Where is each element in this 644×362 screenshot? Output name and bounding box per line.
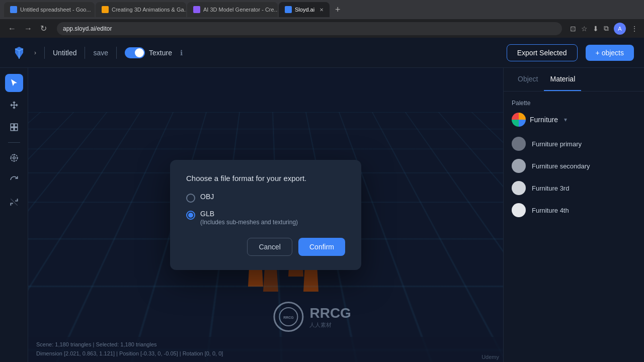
material-swatch-secondary (512, 159, 526, 173)
radio-inner-glb (188, 213, 193, 218)
tab-favicon-spreadsheet (10, 6, 17, 13)
sidebar-divider-1 (8, 142, 20, 143)
tab-label-sloyd: Sloyd.ai (295, 7, 314, 13)
radio-item-glb[interactable]: GLB (Includes sub-meshes and texturing) (186, 210, 345, 226)
add-objects-button[interactable]: + objects (586, 45, 634, 61)
svg-rect-0 (11, 124, 14, 127)
status-bar: Scene: 1,180 triangles | Selected: 1,180… (28, 337, 503, 362)
extensions-icon[interactable]: ⧉ (604, 24, 609, 33)
material-item-primary[interactable]: Furniture primary (512, 137, 636, 151)
panel-content: Palette Furniture ▾ Furniture primary Fu… (504, 92, 644, 362)
reload-button[interactable]: ↻ (38, 22, 49, 35)
radio-content-glb: GLB (Includes sub-meshes and texturing) (200, 210, 298, 226)
radio-content-obj: OBJ (200, 193, 214, 201)
dialog-actions: Cancel Confirm (186, 238, 345, 256)
panel-tabs: Object Material (504, 68, 644, 92)
tab-animations[interactable]: Creating 3D Animations & Ga... ✕ (96, 2, 186, 17)
material-name-fourth: Furniture 4th (532, 207, 569, 214)
export-dialog: Choose a file format for your export. OB… (170, 160, 361, 270)
texture-switch[interactable] (125, 47, 145, 58)
profile-avatar[interactable]: A (614, 23, 626, 35)
address-bar[interactable]: app.sloyd.ai/editor (57, 22, 562, 35)
grid-background (28, 68, 503, 112)
menu-icon[interactable]: ⋮ (631, 25, 638, 33)
main-content: RRCG RRCG 人人素材 Choose a file format for … (0, 68, 644, 362)
back-button[interactable]: ← (6, 22, 18, 35)
svg-text:RRCG: RRCG (283, 316, 294, 319)
browser-chrome: Untitled spreadsheet - Goo... ✕ Creating… (0, 0, 644, 38)
status-line2: Dimension [2.021, 0.863, 1.121] | Positi… (36, 349, 223, 358)
tab-label-ai3d: AI 3D Model Generator - Cre... (203, 7, 278, 13)
toolbar-divider-2 (85, 47, 85, 59)
material-item-third[interactable]: Furniture 3rd (512, 181, 636, 195)
tool-rotate[interactable] (5, 171, 23, 189)
cancel-button[interactable]: Cancel (247, 238, 292, 256)
tab-spreadsheet[interactable]: Untitled spreadsheet - Goo... ✕ (4, 2, 95, 17)
material-name-third: Furniture 3rd (532, 185, 569, 192)
tab-favicon-ai3d (193, 6, 200, 13)
tab-material[interactable]: Material (544, 68, 581, 91)
udemy-badge: Udemy (481, 354, 499, 360)
confirm-button[interactable]: Confirm (298, 238, 345, 256)
tab-label-animations: Creating 3D Animations & Ga... (112, 7, 186, 13)
tool-transform[interactable] (5, 149, 23, 167)
material-name-secondary: Furniture secondary (532, 162, 590, 170)
radio-sublabel-glb: (Includes sub-meshes and texturing) (200, 219, 298, 226)
export-selected-button[interactable]: Export Selected (507, 44, 578, 61)
cast-icon[interactable]: ⊡ (570, 25, 576, 33)
new-tab-button[interactable]: + (331, 3, 345, 17)
watermark-logo: RRCG RRCG 人人素材 (273, 302, 351, 332)
svg-point-4 (13, 157, 15, 159)
tool-move[interactable] (5, 96, 23, 114)
tab-close-sloyd[interactable]: ✕ (319, 7, 324, 13)
palette-section-title: Palette (512, 100, 636, 107)
tab-object[interactable]: Object (512, 68, 544, 91)
logo[interactable] (10, 44, 28, 62)
tab-label-spreadsheet: Untitled spreadsheet - Goo... (20, 7, 91, 13)
material-item-secondary[interactable]: Furniture secondary (512, 159, 636, 173)
tab-bar: Untitled spreadsheet - Goo... ✕ Creating… (0, 0, 644, 19)
app: › Untitled save Texture ℹ Export Selecte… (0, 38, 644, 362)
tool-group[interactable] (5, 118, 23, 136)
nav-bar: ← → ↻ app.sloyd.ai/editor ⊡ ☆ ⬇ ⧉ A ⋮ (0, 19, 644, 38)
status-line1: Scene: 1,180 triangles | Selected: 1,180… (36, 340, 223, 349)
svg-rect-1 (14, 124, 17, 127)
info-icon[interactable]: ℹ (180, 49, 183, 57)
toolbar-divider-1 (44, 47, 45, 59)
palette-chevron-icon: ▾ (564, 116, 567, 123)
material-name-primary: Furniture primary (532, 140, 582, 148)
rrcg-sub-text: 人人素材 (309, 321, 351, 329)
radio-item-obj[interactable]: OBJ (186, 193, 345, 203)
viewport[interactable]: RRCG RRCG 人人素材 Choose a file format for … (28, 68, 503, 362)
toggle-knob (135, 48, 144, 57)
save-button[interactable]: save (93, 49, 108, 57)
tab-sloyd[interactable]: Sloyd.ai ✕ (279, 2, 330, 17)
format-radio-group: OBJ GLB (Includes sub-meshes and texturi… (186, 193, 345, 226)
texture-toggle: Texture (125, 47, 172, 58)
project-name[interactable]: Untitled (53, 49, 76, 57)
svg-rect-2 (11, 128, 14, 131)
status-text: Scene: 1,180 triangles | Selected: 1,180… (36, 340, 223, 358)
left-sidebar (0, 68, 28, 362)
logo-chevron: › (34, 49, 36, 56)
rrcg-text-logo: RRCG 人人素材 (309, 305, 351, 329)
radio-label-glb: GLB (200, 210, 298, 218)
bookmark-icon[interactable]: ☆ (581, 25, 588, 33)
tool-scale[interactable] (5, 193, 23, 211)
forward-button[interactable]: → (22, 22, 34, 35)
material-list: Furniture primary Furniture secondary Fu… (512, 137, 636, 217)
palette-selector[interactable]: Furniture ▾ (512, 113, 636, 127)
tab-favicon-animations (102, 6, 109, 13)
dialog-title: Choose a file format for your export. (186, 174, 345, 183)
material-swatch-third (512, 181, 526, 195)
tool-cursor[interactable] (5, 74, 23, 92)
palette-icon (512, 113, 526, 127)
tab-ai3d[interactable]: AI 3D Model Generator - Cre... ✕ (187, 2, 278, 17)
svg-rect-3 (14, 128, 17, 131)
material-item-fourth[interactable]: Furniture 4th (512, 203, 636, 217)
radio-circle-obj (186, 194, 195, 203)
radio-label-obj: OBJ (200, 193, 214, 201)
material-swatch-fourth (512, 203, 526, 217)
texture-label: Texture (149, 49, 172, 57)
download-icon[interactable]: ⬇ (593, 25, 599, 33)
